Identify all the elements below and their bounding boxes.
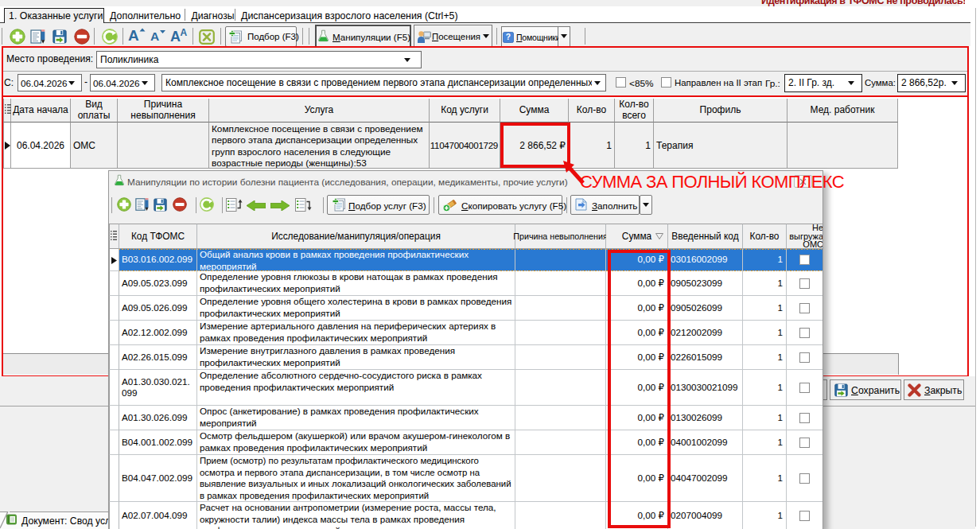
svg-text:A: A: [128, 27, 139, 44]
svg-text:A: A: [181, 27, 188, 38]
svg-text:A: A: [150, 29, 159, 43]
svg-text:?: ?: [506, 33, 511, 41]
svg-text:A: A: [170, 29, 181, 44]
